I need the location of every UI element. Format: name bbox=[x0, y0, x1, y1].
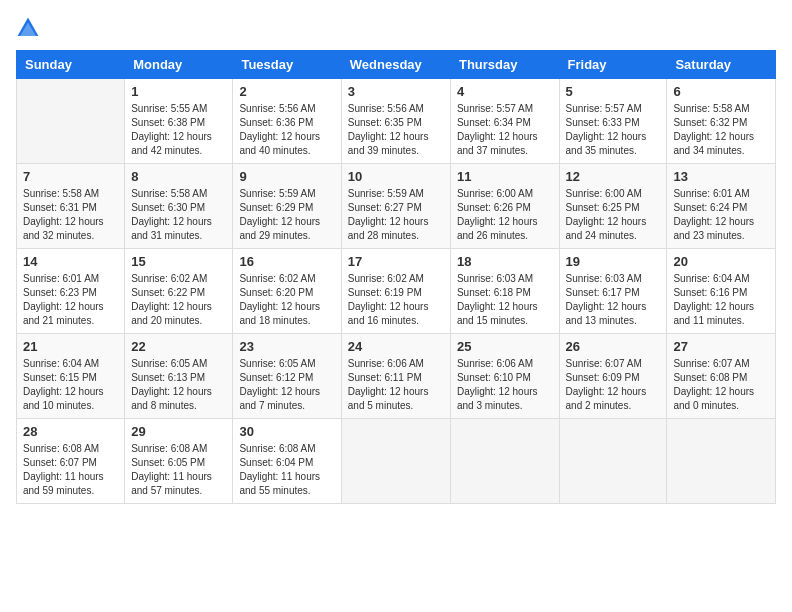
day-number: 29 bbox=[131, 424, 226, 439]
calendar-cell bbox=[667, 419, 776, 504]
day-info: Sunrise: 6:06 AM Sunset: 6:11 PM Dayligh… bbox=[348, 357, 444, 413]
calendar-cell bbox=[450, 419, 559, 504]
day-info: Sunrise: 6:04 AM Sunset: 6:15 PM Dayligh… bbox=[23, 357, 118, 413]
calendar-cell: 22Sunrise: 6:05 AM Sunset: 6:13 PM Dayli… bbox=[125, 334, 233, 419]
calendar-cell: 11Sunrise: 6:00 AM Sunset: 6:26 PM Dayli… bbox=[450, 164, 559, 249]
weekday-header: Wednesday bbox=[341, 51, 450, 79]
logo bbox=[16, 16, 42, 40]
weekday-header: Sunday bbox=[17, 51, 125, 79]
calendar-table: SundayMondayTuesdayWednesdayThursdayFrid… bbox=[16, 50, 776, 504]
calendar-cell: 28Sunrise: 6:08 AM Sunset: 6:07 PM Dayli… bbox=[17, 419, 125, 504]
day-info: Sunrise: 6:03 AM Sunset: 6:17 PM Dayligh… bbox=[566, 272, 661, 328]
day-info: Sunrise: 6:08 AM Sunset: 6:05 PM Dayligh… bbox=[131, 442, 226, 498]
day-number: 17 bbox=[348, 254, 444, 269]
day-number: 11 bbox=[457, 169, 553, 184]
day-number: 21 bbox=[23, 339, 118, 354]
day-number: 14 bbox=[23, 254, 118, 269]
weekday-header: Friday bbox=[559, 51, 667, 79]
calendar-week-row: 7Sunrise: 5:58 AM Sunset: 6:31 PM Daylig… bbox=[17, 164, 776, 249]
calendar-cell: 4Sunrise: 5:57 AM Sunset: 6:34 PM Daylig… bbox=[450, 79, 559, 164]
calendar-cell: 30Sunrise: 6:08 AM Sunset: 6:04 PM Dayli… bbox=[233, 419, 341, 504]
day-number: 19 bbox=[566, 254, 661, 269]
day-info: Sunrise: 6:03 AM Sunset: 6:18 PM Dayligh… bbox=[457, 272, 553, 328]
day-number: 20 bbox=[673, 254, 769, 269]
day-number: 10 bbox=[348, 169, 444, 184]
calendar-cell bbox=[559, 419, 667, 504]
day-info: Sunrise: 6:08 AM Sunset: 6:07 PM Dayligh… bbox=[23, 442, 118, 498]
calendar-cell: 17Sunrise: 6:02 AM Sunset: 6:19 PM Dayli… bbox=[341, 249, 450, 334]
calendar-week-row: 21Sunrise: 6:04 AM Sunset: 6:15 PM Dayli… bbox=[17, 334, 776, 419]
day-number: 30 bbox=[239, 424, 334, 439]
day-info: Sunrise: 6:08 AM Sunset: 6:04 PM Dayligh… bbox=[239, 442, 334, 498]
weekday-header: Monday bbox=[125, 51, 233, 79]
calendar-cell bbox=[341, 419, 450, 504]
day-number: 25 bbox=[457, 339, 553, 354]
calendar-cell: 27Sunrise: 6:07 AM Sunset: 6:08 PM Dayli… bbox=[667, 334, 776, 419]
day-number: 13 bbox=[673, 169, 769, 184]
calendar-cell: 7Sunrise: 5:58 AM Sunset: 6:31 PM Daylig… bbox=[17, 164, 125, 249]
calendar-cell: 1Sunrise: 5:55 AM Sunset: 6:38 PM Daylig… bbox=[125, 79, 233, 164]
calendar-cell bbox=[17, 79, 125, 164]
day-number: 26 bbox=[566, 339, 661, 354]
day-number: 18 bbox=[457, 254, 553, 269]
day-info: Sunrise: 5:59 AM Sunset: 6:27 PM Dayligh… bbox=[348, 187, 444, 243]
calendar-cell: 12Sunrise: 6:00 AM Sunset: 6:25 PM Dayli… bbox=[559, 164, 667, 249]
calendar-cell: 14Sunrise: 6:01 AM Sunset: 6:23 PM Dayli… bbox=[17, 249, 125, 334]
day-info: Sunrise: 6:01 AM Sunset: 6:23 PM Dayligh… bbox=[23, 272, 118, 328]
day-info: Sunrise: 6:00 AM Sunset: 6:26 PM Dayligh… bbox=[457, 187, 553, 243]
weekday-header: Saturday bbox=[667, 51, 776, 79]
day-number: 28 bbox=[23, 424, 118, 439]
page-header bbox=[16, 16, 776, 40]
calendar-week-row: 14Sunrise: 6:01 AM Sunset: 6:23 PM Dayli… bbox=[17, 249, 776, 334]
calendar-cell: 16Sunrise: 6:02 AM Sunset: 6:20 PM Dayli… bbox=[233, 249, 341, 334]
day-info: Sunrise: 6:06 AM Sunset: 6:10 PM Dayligh… bbox=[457, 357, 553, 413]
day-info: Sunrise: 6:05 AM Sunset: 6:13 PM Dayligh… bbox=[131, 357, 226, 413]
calendar-cell: 23Sunrise: 6:05 AM Sunset: 6:12 PM Dayli… bbox=[233, 334, 341, 419]
day-number: 27 bbox=[673, 339, 769, 354]
calendar-cell: 3Sunrise: 5:56 AM Sunset: 6:35 PM Daylig… bbox=[341, 79, 450, 164]
day-number: 8 bbox=[131, 169, 226, 184]
day-number: 12 bbox=[566, 169, 661, 184]
day-number: 6 bbox=[673, 84, 769, 99]
day-number: 16 bbox=[239, 254, 334, 269]
calendar-cell: 20Sunrise: 6:04 AM Sunset: 6:16 PM Dayli… bbox=[667, 249, 776, 334]
calendar-cell: 21Sunrise: 6:04 AM Sunset: 6:15 PM Dayli… bbox=[17, 334, 125, 419]
day-number: 1 bbox=[131, 84, 226, 99]
day-info: Sunrise: 5:55 AM Sunset: 6:38 PM Dayligh… bbox=[131, 102, 226, 158]
day-info: Sunrise: 6:02 AM Sunset: 6:20 PM Dayligh… bbox=[239, 272, 334, 328]
calendar-week-row: 1Sunrise: 5:55 AM Sunset: 6:38 PM Daylig… bbox=[17, 79, 776, 164]
calendar-cell: 25Sunrise: 6:06 AM Sunset: 6:10 PM Dayli… bbox=[450, 334, 559, 419]
day-number: 22 bbox=[131, 339, 226, 354]
day-number: 15 bbox=[131, 254, 226, 269]
calendar-cell: 26Sunrise: 6:07 AM Sunset: 6:09 PM Dayli… bbox=[559, 334, 667, 419]
calendar-cell: 24Sunrise: 6:06 AM Sunset: 6:11 PM Dayli… bbox=[341, 334, 450, 419]
weekday-header: Tuesday bbox=[233, 51, 341, 79]
calendar-cell: 15Sunrise: 6:02 AM Sunset: 6:22 PM Dayli… bbox=[125, 249, 233, 334]
day-info: Sunrise: 6:04 AM Sunset: 6:16 PM Dayligh… bbox=[673, 272, 769, 328]
day-info: Sunrise: 6:02 AM Sunset: 6:19 PM Dayligh… bbox=[348, 272, 444, 328]
day-info: Sunrise: 6:00 AM Sunset: 6:25 PM Dayligh… bbox=[566, 187, 661, 243]
day-info: Sunrise: 5:58 AM Sunset: 6:31 PM Dayligh… bbox=[23, 187, 118, 243]
calendar-cell: 5Sunrise: 5:57 AM Sunset: 6:33 PM Daylig… bbox=[559, 79, 667, 164]
day-number: 2 bbox=[239, 84, 334, 99]
calendar-week-row: 28Sunrise: 6:08 AM Sunset: 6:07 PM Dayli… bbox=[17, 419, 776, 504]
day-info: Sunrise: 6:07 AM Sunset: 6:08 PM Dayligh… bbox=[673, 357, 769, 413]
calendar-cell: 9Sunrise: 5:59 AM Sunset: 6:29 PM Daylig… bbox=[233, 164, 341, 249]
calendar-cell: 6Sunrise: 5:58 AM Sunset: 6:32 PM Daylig… bbox=[667, 79, 776, 164]
calendar-cell: 2Sunrise: 5:56 AM Sunset: 6:36 PM Daylig… bbox=[233, 79, 341, 164]
day-number: 5 bbox=[566, 84, 661, 99]
day-info: Sunrise: 5:57 AM Sunset: 6:33 PM Dayligh… bbox=[566, 102, 661, 158]
calendar-header-row: SundayMondayTuesdayWednesdayThursdayFrid… bbox=[17, 51, 776, 79]
day-info: Sunrise: 6:02 AM Sunset: 6:22 PM Dayligh… bbox=[131, 272, 226, 328]
day-info: Sunrise: 5:59 AM Sunset: 6:29 PM Dayligh… bbox=[239, 187, 334, 243]
day-info: Sunrise: 5:58 AM Sunset: 6:30 PM Dayligh… bbox=[131, 187, 226, 243]
day-number: 4 bbox=[457, 84, 553, 99]
calendar-cell: 8Sunrise: 5:58 AM Sunset: 6:30 PM Daylig… bbox=[125, 164, 233, 249]
weekday-header: Thursday bbox=[450, 51, 559, 79]
calendar-cell: 10Sunrise: 5:59 AM Sunset: 6:27 PM Dayli… bbox=[341, 164, 450, 249]
day-number: 9 bbox=[239, 169, 334, 184]
calendar-cell: 13Sunrise: 6:01 AM Sunset: 6:24 PM Dayli… bbox=[667, 164, 776, 249]
day-number: 7 bbox=[23, 169, 118, 184]
day-info: Sunrise: 6:05 AM Sunset: 6:12 PM Dayligh… bbox=[239, 357, 334, 413]
day-info: Sunrise: 5:58 AM Sunset: 6:32 PM Dayligh… bbox=[673, 102, 769, 158]
